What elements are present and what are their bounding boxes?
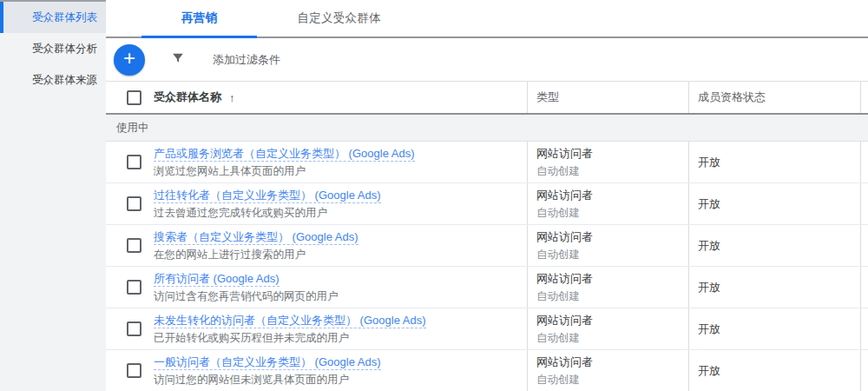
audience-name-link[interactable]: 搜索者（自定义业务类型） (Google Ads) <box>154 230 358 245</box>
table-row: 一般访问者（自定义业务类型） (Google Ads) 访问过您的网站但未浏览具… <box>106 350 868 391</box>
audience-description: 浏览过您网站上具体页面的用户 <box>154 164 415 178</box>
membership-status: 开放 <box>698 238 720 254</box>
select-all-checkbox[interactable] <box>127 90 141 105</box>
name-block: 所有访问者 (Google Ads) 访问过含有您再营销代码的网页的用户 <box>154 270 339 303</box>
main-content: 再营销 自定义受众群体 + 添加过滤条件 受众群体名称 ↑ 类型 <box>106 0 868 391</box>
row-spacer <box>861 308 868 349</box>
row-spacer <box>861 183 868 224</box>
row-checkbox[interactable] <box>127 363 141 378</box>
row-checkbox[interactable] <box>127 238 141 253</box>
status-cell: 开放 <box>689 183 861 224</box>
type-cell: 网站访问者 自动创建 <box>528 183 689 224</box>
audience-name-link[interactable]: 过往转化者（自定义业务类型） (Google Ads) <box>154 189 381 203</box>
sidebar-item-label: 受众群体列表 <box>32 10 97 25</box>
add-filter-label[interactable]: 添加过滤条件 <box>213 52 280 68</box>
row-checkbox[interactable] <box>127 155 141 169</box>
table-row: 未发生转化的访问者（自定义业务类型） (Google Ads) 已开始转化或购买… <box>106 308 868 350</box>
sidebar-item[interactable]: 受众群体列表 <box>0 2 106 33</box>
audience-name-link[interactable]: 产品或服务浏览者（自定义业务类型） (Google Ads) <box>154 147 415 162</box>
row-spacer <box>861 350 868 391</box>
row-spacer <box>861 267 868 308</box>
name-cell: 所有访问者 (Google Ads) 访问过含有您再营销代码的网页的用户 <box>106 267 528 308</box>
type-cell: 网站访问者 自动创建 <box>528 142 689 182</box>
tab-label: 自定义受众群体 <box>297 10 381 26</box>
membership-status: 开放 <box>698 196 720 212</box>
table-header: 受众群体名称 ↑ 类型 成员资格状态 <box>106 82 868 115</box>
audience-type: 网站访问者 <box>536 229 688 245</box>
membership-status: 开放 <box>698 280 720 295</box>
sidebar-item[interactable]: 受众群体来源 <box>0 64 106 96</box>
status-cell: 开放 <box>689 350 861 391</box>
type-cell: 网站访问者 自动创建 <box>528 267 689 308</box>
audience-type: 网站访问者 <box>536 355 688 370</box>
name-block: 过往转化者（自定义业务类型） (Google Ads) 过去曾通过您完成转化或购… <box>154 187 381 220</box>
table-row: 所有访问者 (Google Ads) 访问过含有您再营销代码的网页的用户 网站访… <box>106 267 868 308</box>
section-label: 使用中 <box>116 121 149 136</box>
filter-button[interactable] <box>169 51 187 69</box>
selected-indicator <box>0 2 3 33</box>
status-cell: 开放 <box>689 267 861 308</box>
row-checkbox[interactable] <box>127 196 141 211</box>
audience-name-link[interactable]: 未发生转化的访问者（自定义业务类型） (Google Ads) <box>154 314 426 328</box>
audience-type: 网站访问者 <box>536 146 688 162</box>
name-cell: 一般访问者（自定义业务类型） (Google Ads) 访问过您的网站但未浏览具… <box>106 350 528 391</box>
audience-type-origin: 自动创建 <box>536 331 688 346</box>
table-row: 过往转化者（自定义业务类型） (Google Ads) 过去曾通过您完成转化或购… <box>106 183 868 225</box>
audience-description: 过去曾通过您完成转化或购买的用户 <box>154 206 381 220</box>
header-name-cell: 受众群体名称 ↑ <box>106 82 528 113</box>
name-block: 一般访问者（自定义业务类型） (Google Ads) 访问过您的网站但未浏览具… <box>154 354 381 387</box>
row-checkbox[interactable] <box>127 280 141 295</box>
name-cell: 过往转化者（自定义业务类型） (Google Ads) 过去曾通过您完成转化或购… <box>106 183 528 224</box>
audience-description: 访问过含有您再营销代码的网页的用户 <box>154 289 339 303</box>
active-tab-underline <box>141 36 257 38</box>
name-cell: 产品或服务浏览者（自定义业务类型） (Google Ads) 浏览过您网站上具体… <box>106 142 528 182</box>
sidebar-nav: 受众群体列表 受众群体分析 受众群体来源 <box>0 2 106 96</box>
status-cell: 开放 <box>689 225 861 266</box>
tab[interactable]: 再营销 <box>141 0 257 36</box>
header-spacer <box>861 82 868 113</box>
name-block: 产品或服务浏览者（自定义业务类型） (Google Ads) 浏览过您网站上具体… <box>154 145 415 178</box>
audience-type: 网站访问者 <box>536 188 688 203</box>
name-block: 未发生转化的访问者（自定义业务类型） (Google Ads) 已开始转化或购买… <box>154 312 426 345</box>
membership-status: 开放 <box>698 321 720 337</box>
status-cell: 开放 <box>689 308 861 349</box>
table-row: 产品或服务浏览者（自定义业务类型） (Google Ads) 浏览过您网站上具体… <box>106 142 868 183</box>
audience-description: 访问过您的网站但未浏览具体页面的用户 <box>154 373 381 387</box>
audience-type-origin: 自动创建 <box>536 248 688 262</box>
section-header-in-use: 使用中 <box>106 115 868 142</box>
add-audience-button[interactable]: + <box>114 44 145 76</box>
column-header-name[interactable]: 受众群体名称 <box>154 89 221 105</box>
name-block: 搜索者（自定义业务类型） (Google Ads) 在您的网站上进行过搜索的用户 <box>154 229 358 262</box>
audience-description: 在您的网站上进行过搜索的用户 <box>154 248 358 262</box>
status-cell: 开放 <box>689 142 861 182</box>
row-spacer <box>861 142 868 182</box>
name-cell: 搜索者（自定义业务类型） (Google Ads) 在您的网站上进行过搜索的用户 <box>106 225 528 266</box>
tab-bar: 再营销 自定义受众群体 <box>106 0 868 38</box>
sidebar-item-label: 受众群体来源 <box>32 73 97 88</box>
funnel-icon <box>170 50 186 69</box>
column-header-type[interactable]: 类型 <box>528 82 689 113</box>
audience-type: 网站访问者 <box>536 313 688 328</box>
type-cell: 网站访问者 自动创建 <box>528 308 689 349</box>
column-header-status[interactable]: 成员资格状态 <box>689 82 861 113</box>
sidebar: 受众群体列表 受众群体分析 受众群体来源 <box>0 0 106 391</box>
sort-ascending-icon[interactable]: ↑ <box>229 91 235 104</box>
audience-name-link[interactable]: 所有访问者 (Google Ads) <box>154 272 279 287</box>
audience-table-body: 产品或服务浏览者（自定义业务类型） (Google Ads) 浏览过您网站上具体… <box>106 142 868 391</box>
filter-toolbar: + 添加过滤条件 <box>106 38 868 82</box>
row-spacer <box>861 225 868 266</box>
type-cell: 网站访问者 自动创建 <box>528 225 689 266</box>
audience-type-origin: 自动创建 <box>536 373 688 388</box>
sidebar-item[interactable]: 受众群体分析 <box>0 33 106 64</box>
audience-name-link[interactable]: 一般访问者（自定义业务类型） (Google Ads) <box>154 355 381 370</box>
membership-status: 开放 <box>698 155 720 170</box>
plus-icon: + <box>123 48 135 69</box>
sidebar-item-label: 受众群体分析 <box>32 42 97 56</box>
audience-description: 已开始转化或购买历程但并未完成的用户 <box>154 331 426 345</box>
tab[interactable]: 自定义受众群体 <box>257 0 421 36</box>
membership-status: 开放 <box>698 363 720 379</box>
row-checkbox[interactable] <box>127 321 141 336</box>
audience-type-origin: 自动创建 <box>536 289 688 304</box>
audience-type-origin: 自动创建 <box>536 206 688 221</box>
type-cell: 网站访问者 自动创建 <box>528 350 689 391</box>
